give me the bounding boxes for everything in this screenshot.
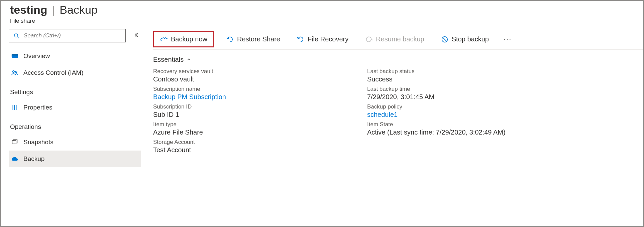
sidebar-item-properties[interactable]: Properties — [9, 99, 141, 116]
undo-icon — [226, 36, 234, 43]
restore-share-button[interactable]: Restore Share — [222, 33, 285, 46]
svg-point-0 — [14, 34, 18, 37]
essentials-right-col: Last backup status Success Last backup t… — [367, 68, 643, 157]
search-icon — [12, 32, 20, 40]
backup-now-button[interactable]: Backup now — [153, 31, 214, 47]
ess-last-backup-time: Last backup time 7/29/2020, 3:01:45 AM — [367, 86, 643, 101]
sidebar-item-access-control[interactable]: Access Control (IAM) — [9, 64, 141, 81]
overview-icon — [11, 52, 19, 60]
backup-policy-link[interactable]: schedule1 — [367, 111, 643, 119]
sidebar-item-label: Properties — [23, 104, 52, 111]
undo-icon — [297, 36, 304, 43]
search-input[interactable] — [24, 32, 122, 39]
page-section: Backup — [60, 3, 97, 16]
toolbar: Backup now Restore Share File Recovery R… — [153, 29, 643, 50]
svg-point-4 — [13, 71, 15, 73]
more-actions-button[interactable]: ··· — [501, 34, 514, 45]
page-title: testing | Backup — [10, 3, 634, 16]
properties-icon — [11, 103, 19, 111]
essentials-grid: Recovery services vault Contoso vault Su… — [153, 68, 643, 160]
sidebar-item-label: Overview — [23, 52, 50, 60]
subscription-link[interactable]: Backup PM Subscription — [153, 93, 354, 101]
sidebar-item-label: Snapshots — [23, 139, 53, 146]
refresh-icon — [365, 36, 372, 43]
svg-line-11 — [443, 37, 446, 41]
toolbar-label: Restore Share — [237, 35, 280, 43]
toolbar-label: File Recovery — [308, 35, 348, 43]
resume-backup-button: Resume backup — [360, 33, 429, 46]
ess-subscription-name: Subscription name Backup PM Subscription — [153, 86, 354, 101]
sidebar: Overview Access Control (IAM) Settings P… — [1, 29, 141, 167]
title-separator: | — [52, 3, 55, 16]
resource-type: File share — [10, 18, 634, 24]
sidebar-item-backup[interactable]: Backup — [9, 151, 141, 167]
ess-item-type: Item type Azure File Share — [153, 121, 354, 136]
essentials-toggle[interactable]: Essentials — [153, 50, 643, 68]
svg-rect-3 — [12, 54, 18, 56]
toolbar-label: Stop backup — [452, 35, 489, 43]
stop-icon — [441, 36, 448, 43]
ess-recovery-vault: Recovery services vault Contoso vault — [153, 68, 354, 83]
svg-point-5 — [15, 71, 17, 73]
snapshots-icon — [11, 138, 19, 146]
sidebar-item-overview[interactable]: Overview — [9, 48, 141, 64]
sidebar-item-label: Backup — [23, 155, 44, 163]
ess-storage-account: Storage Account Test Account — [153, 139, 354, 154]
svg-rect-9 — [12, 141, 16, 144]
essentials-left-col: Recovery services vault Contoso vault Su… — [153, 68, 354, 157]
svg-rect-7 — [14, 105, 15, 110]
svg-rect-8 — [16, 105, 17, 110]
ess-subscription-id: Subscription ID Sub ID 1 — [153, 103, 354, 119]
sidebar-group-settings: Settings — [9, 81, 141, 99]
ess-item-state: Item State Active (Last sync time: 7/29/… — [367, 121, 643, 136]
ess-last-backup-status: Last backup status Success — [367, 68, 643, 83]
main-content: Backup now Restore Share File Recovery R… — [141, 29, 643, 167]
sidebar-item-snapshots[interactable]: Snapshots — [9, 134, 141, 151]
file-recovery-button[interactable]: File Recovery — [292, 33, 353, 46]
page-header: testing | Backup File share — [1, 1, 643, 24]
svg-line-1 — [17, 37, 19, 38]
backup-cloud-icon — [11, 155, 19, 163]
toolbar-label: Resume backup — [376, 35, 424, 43]
collapse-sidebar-button[interactable] — [132, 30, 141, 41]
toolbar-label: Backup now — [171, 35, 207, 43]
sidebar-item-label: Access Control (IAM) — [23, 69, 83, 76]
chevron-up-icon — [187, 57, 191, 62]
sidebar-group-operations: Operations — [9, 116, 141, 134]
stop-backup-button[interactable]: Stop backup — [436, 33, 494, 46]
search-box[interactable] — [9, 29, 126, 42]
essentials-label: Essentials — [153, 56, 184, 63]
resource-name: testing — [10, 3, 47, 16]
svg-rect-6 — [12, 105, 13, 110]
backup-now-icon — [160, 36, 168, 43]
ess-backup-policy: Backup policy schedule1 — [367, 103, 643, 119]
people-icon — [11, 69, 19, 77]
